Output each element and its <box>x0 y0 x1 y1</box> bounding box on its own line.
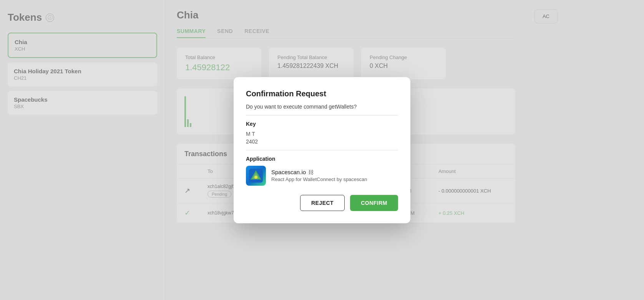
confirm-button[interactable]: CONFIRM <box>350 195 398 211</box>
app-row: Spacescan.io ⛓ React App for WalletConne… <box>246 166 398 186</box>
svg-point-3 <box>254 176 257 179</box>
confirmation-modal: Confirmation Request Do you want to exec… <box>234 77 410 223</box>
modal-key-row2: 2402 <box>246 138 398 145</box>
modal-key-section: M T 2402 <box>246 131 398 150</box>
modal-key-row1: M T <box>246 131 398 137</box>
modal-application-section: Application Spacescan.io ⛓ React App <box>246 156 398 186</box>
reject-button[interactable]: REJECT <box>300 195 345 211</box>
app-desc: React App for WalletConnect by spacescan <box>271 176 367 182</box>
modal-question: Do you want to execute command getWallet… <box>246 104 398 115</box>
app-icon <box>246 166 266 186</box>
modal-key-label: Key <box>246 121 398 127</box>
modal-buttons: REJECT CONFIRM <box>246 195 398 211</box>
app-info: Spacescan.io ⛓ React App for WalletConne… <box>271 169 367 182</box>
modal-application-label: Application <box>246 156 398 162</box>
modal-title: Confirmation Request <box>246 89 398 98</box>
app-name: Spacescan.io ⛓ <box>271 169 367 175</box>
link-icon: ⛓ <box>308 169 314 175</box>
modal-backdrop: Confirmation Request Do you want to exec… <box>0 0 644 300</box>
